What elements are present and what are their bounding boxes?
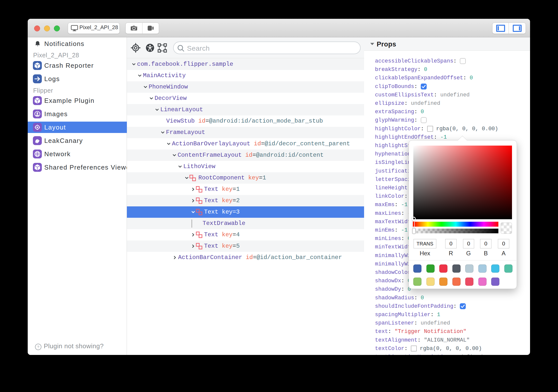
svg-text:?: ?: [37, 345, 39, 349]
